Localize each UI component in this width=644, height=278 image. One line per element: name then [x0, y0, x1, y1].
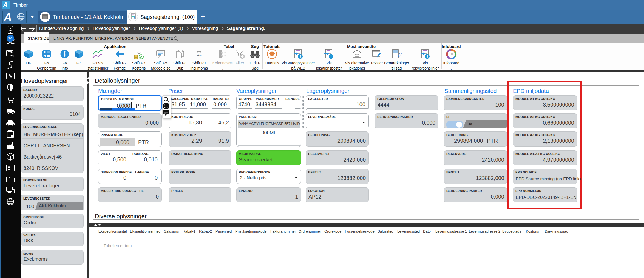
svg-text:skat: skat — [197, 54, 202, 57]
